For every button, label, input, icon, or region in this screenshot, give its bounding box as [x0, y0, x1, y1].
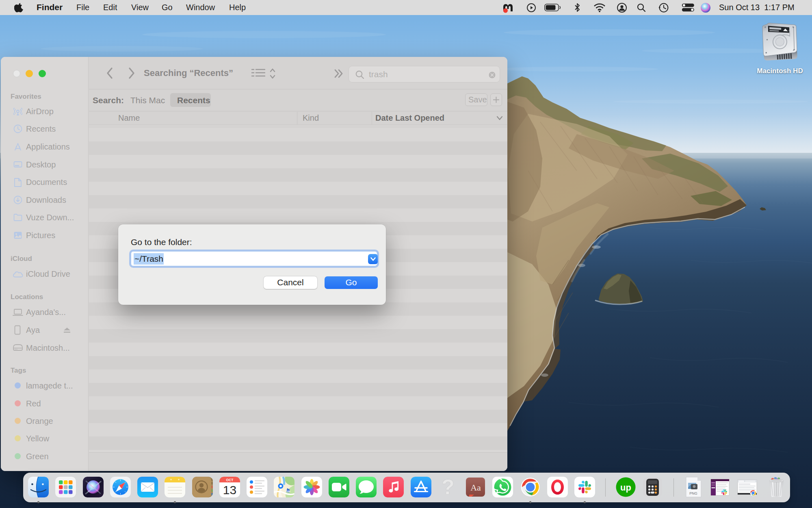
svg-text:up: up	[620, 482, 631, 493]
svg-text:13: 13	[223, 483, 236, 497]
svg-text:280: 280	[286, 490, 290, 493]
svg-text:Aa: Aa	[470, 482, 481, 493]
svg-text:OCT: OCT	[226, 478, 234, 482]
svg-text:PNG: PNG	[689, 491, 697, 495]
